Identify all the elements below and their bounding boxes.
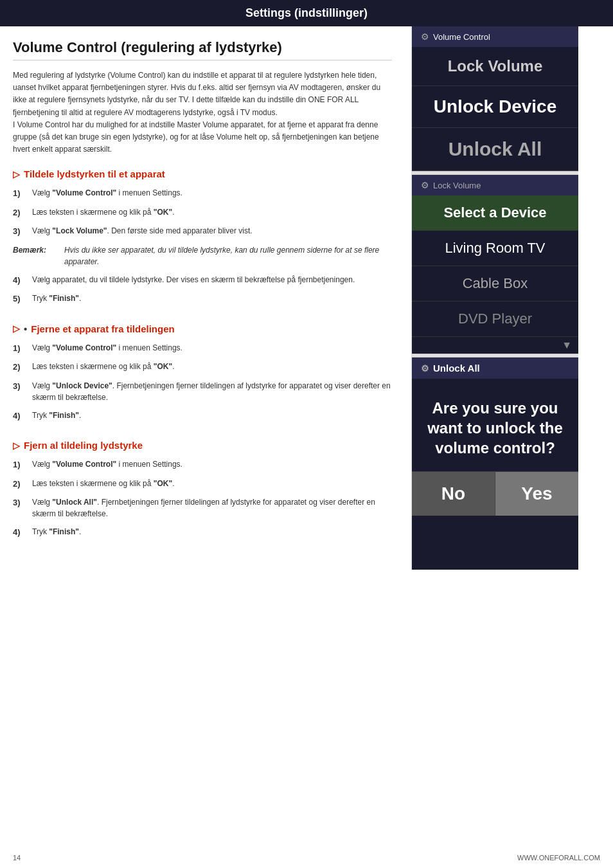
page-number: 14 — [13, 854, 21, 862]
right-panel: ⚙ Volume Control Lock Volume Unlock Devi… — [411, 26, 578, 570]
step-2-3: 3) Vælg "Unlock Device". Fjernbetjeninge… — [13, 380, 392, 403]
step-2-1: 1) Vælg "Volume Control" i menuen Settin… — [13, 342, 392, 355]
gear-icon-2: ⚙ — [421, 180, 429, 190]
step-1-2: 2) Læs teksten i skærmene og klik på "OK… — [13, 206, 392, 219]
no-button[interactable]: No — [412, 472, 495, 516]
step-3-1: 1) Vælg "Volume Control" i menuen Settin… — [13, 458, 392, 471]
step-1-4: 4) Vælg apparatet, du vil tildele lydsty… — [13, 274, 392, 287]
screen-unlock-all: ⚙ Unlock All Are you sure you want to un… — [412, 357, 578, 570]
device-dvd-player[interactable]: DVD Player — [412, 302, 578, 337]
step-list-3: 1) Vælg "Volume Control" i menuen Settin… — [13, 458, 392, 539]
screen-select-device: ⚙ Lock Volume Select a Device Living Roo… — [412, 175, 578, 354]
subsection-title-3: ▷ Fjern al tildeling lydstyrke — [13, 440, 392, 451]
subsection-fjerne: ▷ • Fjerne et apparat fra tildelingen 1)… — [13, 323, 392, 422]
screen2-header: ⚙ Lock Volume — [412, 175, 578, 195]
step-1-note: Bemærk: Hvis du ikke ser apparatet, du v… — [13, 244, 392, 267]
arrow-icon-1: ▷ — [13, 169, 20, 179]
subsection-fjern-al: ▷ Fjern al tildeling lydstyrke 1) Vælg "… — [13, 440, 392, 539]
confirm-buttons: No Yes — [412, 471, 578, 516]
yes-button[interactable]: Yes — [495, 472, 578, 516]
step-3-3: 3) Vælg "Unlock All". Fjernbetjeningen f… — [13, 496, 392, 520]
step-list-2: 1) Vælg "Volume Control" i menuen Settin… — [13, 342, 392, 422]
arrow-icon-2: ▷ — [13, 323, 20, 334]
subsection-tildele: ▷ Tildele lydstyrken til et apparat 1) V… — [13, 168, 392, 305]
subsection-title-2: ▷ • Fjerne et apparat fra tildelingen — [13, 323, 392, 334]
arrow-icon-3: ▷ — [13, 440, 20, 451]
gear-icon-3: ⚙ — [421, 363, 429, 374]
page-footer: 14 WWW.ONEFORALL.COM — [13, 854, 600, 862]
website-url: WWW.ONEFORALL.COM — [517, 854, 600, 862]
header-title: Settings (indstillinger) — [245, 6, 368, 19]
gear-icon-1: ⚙ — [421, 32, 429, 42]
screen-volume-control: ⚙ Volume Control Lock Volume Unlock Devi… — [412, 26, 578, 171]
scroll-down-icon: ▼ — [412, 337, 578, 354]
main-content: Volume Control (regulering af lydstyrke)… — [0, 26, 613, 570]
screen3-header: ⚙ Unlock All — [412, 357, 578, 379]
section-title: Volume Control (regulering af lydstyrke) — [13, 39, 392, 60]
step-3-4: 4) Tryk "Finish". — [13, 526, 392, 539]
select-device-label: Select a Device — [412, 195, 578, 231]
step-1-1: 1) Vælg "Volume Control" i menuen Settin… — [13, 187, 392, 200]
step-2-2: 2) Læs teksten i skærmene og klik på "OK… — [13, 361, 392, 374]
screen3-header-text: Unlock All — [433, 363, 480, 374]
screen1-header-text: Volume Control — [433, 32, 490, 42]
page-header: Settings (indstillinger) — [0, 0, 613, 26]
lock-volume-item[interactable]: Lock Volume — [412, 47, 578, 86]
device-living-room[interactable]: Living Room TV — [412, 231, 578, 266]
step-3-2: 2) Læs teksten i skærmene og klik på "OK… — [13, 478, 392, 491]
screen1-header: ⚙ Volume Control — [412, 26, 578, 47]
step-1-5: 5) Tryk "Finish". — [13, 293, 392, 305]
device-cable-box[interactable]: Cable Box — [412, 266, 578, 302]
intro-text: Med regulering af lydstyrke (Volume Cont… — [13, 69, 392, 156]
screen2-header-text: Lock Volume — [433, 181, 481, 190]
step-1-3: 3) Vælg "Lock Volume". Den første side m… — [13, 225, 392, 238]
confirm-text: Are you sure you want to unlock the volu… — [412, 379, 578, 471]
subsection-title-1: ▷ Tildele lydstyrken til et apparat — [13, 168, 392, 179]
unlock-device-item[interactable]: Unlock Device — [412, 86, 578, 128]
step-2-4: 4) Tryk "Finish". — [13, 410, 392, 422]
left-content: Volume Control (regulering af lydstyrke)… — [0, 26, 411, 570]
step-list-1: 1) Vælg "Volume Control" i menuen Settin… — [13, 187, 392, 305]
unlock-all-item[interactable]: Unlock All — [412, 128, 578, 171]
